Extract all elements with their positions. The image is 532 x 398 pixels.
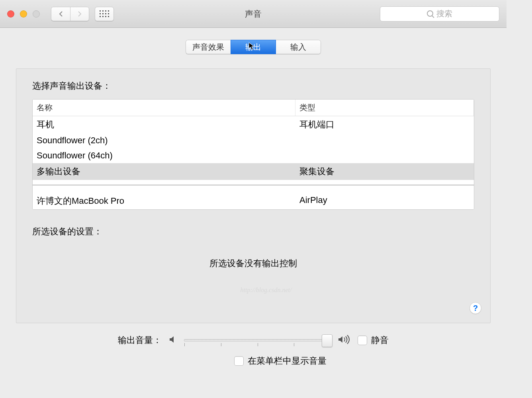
forward-button[interactable] — [70, 7, 89, 21]
table-header: 名称 类型 — [33, 100, 474, 116]
device-type — [295, 133, 474, 148]
speaker-high-icon — [338, 335, 351, 346]
menubar-label: 在菜单栏中显示音量 — [248, 355, 327, 367]
chevron-right-icon — [77, 11, 82, 17]
minimize-button[interactable] — [20, 10, 27, 18]
mute-label: 静音 — [371, 334, 389, 346]
device-name: Soundflower (64ch) — [33, 148, 295, 163]
mute-row: 静音 — [358, 334, 389, 346]
chevron-left-icon — [59, 11, 63, 17]
volume-row: 输出音量： 静音 — [16, 334, 491, 346]
show-volume-menubar-checkbox[interactable] — [234, 356, 244, 366]
search-input[interactable]: 搜索 — [380, 6, 499, 21]
table-row[interactable]: Soundflower (2ch) — [33, 133, 474, 148]
tab-output[interactable]: 输出 — [231, 40, 276, 54]
tab-input[interactable]: 输入 — [276, 40, 321, 54]
titlebar: 声音 搜索 — [0, 0, 507, 28]
selected-device-settings-label: 所选设备的设置： — [32, 226, 474, 238]
show-all-button[interactable] — [95, 7, 114, 21]
slider-ticks — [184, 343, 331, 346]
tab-sound-effects[interactable]: 声音效果 — [186, 40, 231, 54]
table-row[interactable]: Soundflower (64ch) — [33, 148, 474, 163]
back-button[interactable] — [51, 7, 70, 21]
select-device-label: 选择声音输出设备： — [32, 80, 474, 92]
device-name: 耳机 — [33, 116, 295, 133]
traffic-lights — [7, 10, 40, 18]
column-type[interactable]: 类型 — [295, 100, 474, 116]
device-name: Soundflower (2ch) — [33, 133, 295, 148]
content: 声音效果 输出 输入 选择声音输出设备： 名称 类型 耳机 耳机端口 Sound… — [0, 28, 507, 379]
device-type — [295, 148, 474, 163]
device-type: 耳机端口 — [295, 116, 474, 133]
device-name: 多输出设备 — [33, 163, 295, 180]
help-button[interactable]: ? — [469, 302, 481, 314]
nav-buttons — [51, 7, 89, 21]
volume-slider[interactable] — [184, 339, 331, 341]
column-name[interactable]: 名称 — [33, 100, 295, 116]
mute-checkbox[interactable] — [358, 336, 367, 345]
close-button[interactable] — [7, 10, 14, 18]
tab-segment: 声音效果 输出 输入 — [186, 40, 321, 54]
device-name: 许博文的MacBook Pro — [33, 193, 295, 209]
slider-knob[interactable] — [322, 334, 332, 347]
table-row[interactable]: 多输出设备 聚集设备 — [33, 163, 474, 180]
tab-output-label: 输出 — [245, 42, 261, 53]
divider — [33, 185, 474, 185]
zoom-button — [33, 10, 40, 18]
device-type: 聚集设备 — [295, 163, 474, 180]
footer: 输出音量： 静音 在菜单栏中显示音量 — [16, 323, 491, 371]
device-table: 名称 类型 耳机 耳机端口 Soundflower (2ch) Soundflo… — [32, 99, 474, 210]
no-output-controls: 所选设备没有输出控制 — [32, 258, 474, 269]
search-icon — [427, 10, 434, 18]
speaker-low-icon — [168, 335, 178, 346]
table-row[interactable]: 耳机 耳机端口 — [33, 116, 474, 133]
output-volume-label: 输出音量： — [118, 334, 162, 346]
output-panel: 选择声音输出设备： 名称 类型 耳机 耳机端口 Soundflower (2ch… — [16, 68, 491, 323]
search-placeholder: 搜索 — [436, 8, 452, 19]
menubar-row: 在菜单栏中显示音量 — [16, 355, 491, 367]
table-row[interactable]: 许博文的MacBook Pro AirPlay — [33, 193, 474, 209]
device-type: AirPlay — [295, 193, 474, 209]
window-title: 声音 — [245, 8, 262, 20]
grid-icon — [100, 10, 109, 17]
